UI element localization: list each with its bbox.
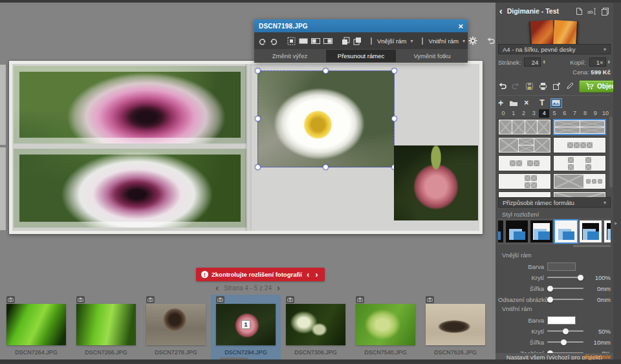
- image-tool-icon[interactable]: [550, 98, 562, 108]
- photo-pink-daisy-bottom[interactable]: [14, 149, 246, 228]
- layout-template-7[interactable]: [498, 173, 551, 189]
- thumbnail-photo[interactable]: [426, 304, 485, 345]
- outer-frame-dropdown-icon[interactable]: ▾: [410, 38, 413, 44]
- warning-next-icon[interactable]: ›: [314, 270, 319, 279]
- prev-page-icon[interactable]: ‹: [215, 283, 219, 292]
- thumbnail-photo[interactable]: [6, 304, 66, 345]
- folder-icon[interactable]: [509, 100, 518, 107]
- redo-icon[interactable]: [512, 81, 520, 91]
- layout-template-9[interactable]: [498, 191, 551, 197]
- layout-template-1[interactable]: [498, 119, 551, 135]
- duplicate-pages-icon[interactable]: [601, 7, 609, 16]
- outer-width-slider[interactable]: [547, 284, 583, 292]
- back-icon[interactable]: ‹: [499, 6, 503, 16]
- resize-handle-nw[interactable]: [255, 68, 261, 74]
- style-strip-scrollbar[interactable]: [573, 245, 611, 247]
- outer-frame-checkbox[interactable]: [371, 37, 372, 45]
- filmstrip-item[interactable]: DSCN7540.JPG: [351, 295, 420, 359]
- resize-handle-s[interactable]: [323, 164, 329, 170]
- filmstrip-item[interactable]: DSCN7264.JPG: [1, 295, 71, 359]
- inner-frame-checkbox[interactable]: [422, 37, 423, 45]
- thumbnail-photo[interactable]: [286, 304, 345, 345]
- frame-settings-gear-icon[interactable]: [468, 36, 477, 46]
- tab-count-1[interactable]: 1: [508, 109, 519, 118]
- fit-frame-dropdown[interactable]: Přizpůsobit rámec formátu ▾: [498, 197, 611, 208]
- tab-count-5[interactable]: 5: [549, 109, 560, 118]
- rename-icon[interactable]: ab: [587, 8, 596, 15]
- tab-count-2[interactable]: 2: [519, 109, 529, 118]
- filmstrip-item[interactable]: DSCN7306.JPG: [281, 295, 351, 359]
- inner-opacity-slider[interactable]: [547, 327, 583, 335]
- add-frame-icon[interactable]: +: [498, 98, 503, 107]
- outer-opacity-slider[interactable]: [547, 273, 583, 281]
- filmstrip-item[interactable]: DSCN7278.JPG: [141, 295, 211, 359]
- copies-stepper[interactable]: ▲▼: [607, 60, 611, 64]
- style-option[interactable]: [580, 220, 602, 242]
- undo-icon[interactable]: [498, 81, 507, 91]
- tab-count-4-selected[interactable]: 4: [539, 109, 549, 118]
- layout-template-3[interactable]: [498, 137, 551, 153]
- filmstrip-item-selected[interactable]: 1 DSCN7294.JPG: [211, 295, 281, 359]
- inner-color-swatch[interactable]: [547, 316, 576, 325]
- send-backward-icon[interactable]: [342, 36, 350, 46]
- layout-template-10[interactable]: [553, 191, 606, 197]
- thumbnail-photo[interactable]: [76, 304, 136, 345]
- text-tool-icon[interactable]: T: [539, 99, 544, 107]
- layout-template-4[interactable]: [553, 137, 606, 153]
- style-option[interactable]: [498, 220, 503, 242]
- copies-input[interactable]: 1×: [589, 58, 606, 67]
- fit-frame-icon[interactable]: [287, 36, 296, 46]
- layout-template-2-selected[interactable]: [553, 119, 606, 135]
- rotate-left-icon[interactable]: [258, 36, 267, 46]
- tab-count-9[interactable]: 9: [590, 109, 600, 118]
- resize-handle-w[interactable]: [255, 116, 261, 122]
- style-option-selected[interactable]: [555, 220, 577, 242]
- style-option[interactable]: [506, 220, 528, 242]
- layout-template-6[interactable]: [553, 155, 606, 171]
- book-spread[interactable]: [9, 61, 483, 234]
- pages-input[interactable]: 24: [524, 58, 541, 67]
- rotate-right-icon[interactable]: [270, 36, 278, 46]
- resize-handle-e[interactable]: [391, 116, 397, 122]
- panel-expand-icon[interactable]: ▸: [615, 220, 618, 226]
- delete-frame-icon[interactable]: ×: [524, 99, 528, 107]
- style-option[interactable]: [604, 220, 611, 242]
- format-dropdown[interactable]: A4 - na šířku, pevné desky ▾: [498, 44, 611, 54]
- thumbnail-photo[interactable]: [356, 304, 415, 345]
- photo-tool-panel-header[interactable]: DSCN7198.JPG ×: [254, 19, 468, 32]
- inner-frame-dropdown-icon[interactable]: ▾: [463, 38, 465, 44]
- align-right-icon[interactable]: [323, 36, 332, 46]
- thumbnail-photo[interactable]: 1: [216, 304, 276, 345]
- photo-pink-daisy-top[interactable]: [14, 66, 246, 144]
- new-page-icon[interactable]: [576, 7, 583, 16]
- style-option[interactable]: [530, 220, 552, 242]
- warning-prev-icon[interactable]: ‹: [305, 270, 310, 279]
- photo-white-daisy-selected[interactable]: [257, 70, 395, 167]
- outer-offset-slider[interactable]: [547, 295, 583, 303]
- layout-template-8[interactable]: [553, 173, 606, 189]
- align-left-icon[interactable]: [311, 36, 320, 46]
- thumbnail-photo[interactable]: [146, 304, 206, 345]
- editor-canvas[interactable]: DSCN7198.JPG ×: [0, 3, 496, 359]
- page-left[interactable]: [12, 64, 248, 231]
- undo-icon[interactable]: [486, 36, 495, 46]
- tab-count-3[interactable]: 3: [528, 109, 539, 118]
- tab-count-7[interactable]: 7: [570, 109, 580, 118]
- photo-pink-lily[interactable]: [394, 145, 478, 220]
- filmstrip-item[interactable]: DSCN7266.JPG: [71, 295, 141, 359]
- resolution-warning-banner[interactable]: ! Zkontrolujte rozlišení fotografií ‹ ›: [196, 268, 325, 281]
- bring-forward-icon[interactable]: [353, 36, 362, 46]
- sidebar-scrollbar[interactable]: [609, 116, 613, 187]
- tab-change-crop[interactable]: Změnit výřez: [255, 50, 325, 62]
- resize-handle-ne[interactable]: [391, 68, 397, 74]
- tab-count-8[interactable]: 8: [580, 109, 591, 118]
- tab-move-frame[interactable]: Přesunout rámec: [326, 50, 396, 62]
- resize-handle-sw[interactable]: [255, 164, 261, 170]
- resize-handle-n[interactable]: [323, 68, 329, 74]
- close-icon[interactable]: ×: [458, 22, 463, 30]
- edit-pen-icon[interactable]: [566, 81, 574, 91]
- page-right[interactable]: [248, 64, 479, 231]
- layout-template-5[interactable]: [498, 155, 551, 171]
- tab-count-6[interactable]: 6: [560, 109, 570, 118]
- tab-count-0[interactable]: 0: [498, 109, 508, 118]
